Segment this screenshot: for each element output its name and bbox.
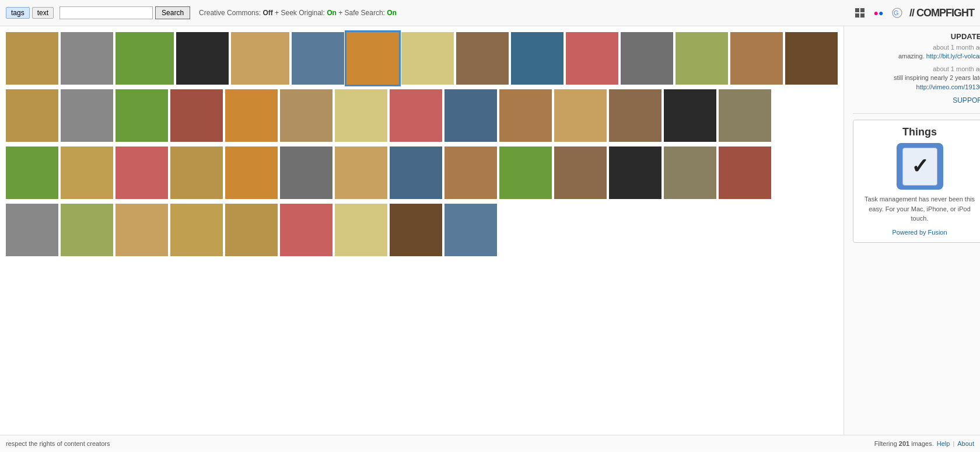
footer: respect the rights of content creators F…	[0, 435, 980, 452]
thumbnail[interactable]	[176, 32, 229, 85]
footer-right: Filtering 201 images. Help | About	[874, 440, 974, 447]
update2-time: about 1 month ago	[853, 65, 980, 72]
thumbnail[interactable]	[170, 204, 223, 256]
cc-label: Creative Commons:	[199, 9, 261, 17]
image-grid	[6, 32, 838, 259]
powered-by-link[interactable]: Powered by Fusion	[892, 229, 947, 236]
thumbnail[interactable]	[170, 146, 223, 199]
image-row-1	[6, 32, 838, 85]
image-row-4	[6, 204, 497, 256]
search-mode-tabs: tags text	[6, 7, 54, 19]
image-row-2	[6, 89, 771, 142]
thumbnail[interactable]	[116, 146, 168, 199]
thumbnail[interactable]	[116, 89, 168, 142]
update2-label: still inspiring nearly 2 years later,	[894, 74, 980, 81]
thumbnail[interactable]	[621, 32, 673, 85]
thumbnail[interactable]	[292, 32, 344, 85]
thumbnail[interactable]	[225, 204, 278, 256]
thumbnail[interactable]	[231, 32, 289, 85]
thumbnail[interactable]	[170, 89, 223, 142]
thumbnail[interactable]	[719, 89, 771, 142]
creative-commons-info: Creative Commons: Off + Seek Original: O…	[199, 9, 397, 17]
updates-section: UPDATES about 1 month ago amazing. http:…	[853, 32, 980, 104]
thumbnail[interactable]	[401, 32, 454, 85]
svg-rect-3	[860, 13, 864, 18]
ad-title: Things	[859, 126, 980, 138]
update2-text: still inspiring nearly 2 years later, ht…	[853, 74, 980, 92]
help-link[interactable]: Help	[937, 440, 950, 447]
svg-rect-2	[855, 13, 859, 18]
thumbnail[interactable]	[61, 204, 113, 256]
square-icon[interactable]	[853, 6, 866, 19]
thumbnail[interactable]	[609, 146, 662, 199]
checkmark-icon: ✓	[911, 154, 929, 179]
thumbnail[interactable]	[6, 32, 58, 85]
thumbnail[interactable]	[6, 89, 58, 142]
thumbnail[interactable]	[664, 89, 716, 142]
thumbnail[interactable]	[499, 89, 552, 142]
about-link[interactable]: About	[957, 440, 974, 447]
thumbnail[interactable]	[566, 32, 618, 85]
thumbnail[interactable]	[499, 146, 552, 199]
thumbnail[interactable]	[116, 204, 168, 256]
thumbnail[interactable]	[6, 204, 58, 256]
google-icon[interactable]: G	[891, 6, 904, 19]
search-input[interactable]	[60, 6, 153, 19]
thumbnail[interactable]	[554, 89, 607, 142]
svg-rect-0	[855, 8, 859, 12]
header-right: ●● G // COMPFIGHT	[853, 6, 974, 19]
update2-link[interactable]: http://vimeo.com/191309	[916, 83, 980, 90]
cc-safe-value: On	[387, 9, 397, 17]
thumbnail[interactable]	[61, 32, 113, 85]
thumbnail[interactable]	[719, 146, 771, 199]
thumbnail[interactable]	[335, 204, 387, 256]
updates-title: UPDATES	[853, 32, 980, 41]
thumbnail[interactable]	[280, 204, 332, 256]
tab-text[interactable]: text	[32, 7, 54, 19]
thumbnail[interactable]	[609, 89, 662, 142]
thumbnail[interactable]	[785, 32, 838, 85]
footer-copyright: respect the rights of content creators	[6, 440, 110, 447]
ad-section: Things ✓ Task management has never been …	[853, 120, 980, 243]
thumbnail[interactable]	[225, 146, 278, 199]
thumbnail[interactable]	[390, 204, 442, 256]
thumbnail[interactable]	[444, 204, 497, 256]
update1-label: amazing.	[898, 53, 925, 60]
thumbnail[interactable]	[61, 146, 113, 199]
thumbnail[interactable]	[444, 146, 497, 199]
thumbnail[interactable]	[346, 32, 399, 85]
thumbnail[interactable]	[456, 32, 509, 85]
main-content: UPDATES about 1 month ago amazing. http:…	[0, 26, 980, 435]
thumbnail[interactable]	[730, 32, 783, 85]
cc-off-value: Off	[262, 9, 272, 17]
thumbnail[interactable]	[390, 89, 442, 142]
thumbnail[interactable]	[280, 89, 332, 142]
thumbnail[interactable]	[676, 32, 728, 85]
thumbnail[interactable]	[6, 146, 58, 199]
cc-safe-label: Safe Search:	[345, 9, 385, 17]
footer-separator: |	[953, 440, 954, 447]
filter-count-text: Filtering 201 images.	[874, 440, 934, 447]
search-button[interactable]: Search	[155, 6, 190, 19]
cc-seek-value: On	[327, 9, 337, 17]
thumbnail[interactable]	[116, 32, 174, 85]
image-row-3	[6, 146, 771, 199]
count-unit: images.	[911, 440, 934, 447]
thumbnail[interactable]	[335, 89, 387, 142]
support-link[interactable]: SUPPORT	[853, 96, 980, 104]
thumbnail[interactable]	[225, 89, 278, 142]
thumbnail[interactable]	[444, 89, 497, 142]
thumbnail[interactable]	[61, 89, 113, 142]
thumbnail[interactable]	[335, 146, 387, 199]
thumbnail[interactable]	[511, 32, 564, 85]
update1-link[interactable]: http://bit.ly/cf-volcano	[926, 53, 980, 60]
flickr-icon[interactable]: ●●	[872, 6, 885, 19]
thumbnail[interactable]	[554, 146, 607, 199]
thumbnail[interactable]	[280, 146, 332, 199]
thumbnail[interactable]	[390, 146, 442, 199]
things-ad[interactable]: Things ✓ Task management has never been …	[853, 120, 980, 243]
image-count: 201	[899, 440, 909, 447]
tab-tags[interactable]: tags	[6, 7, 30, 19]
notepad-icon: ✓	[902, 148, 937, 186]
thumbnail[interactable]	[664, 146, 716, 199]
